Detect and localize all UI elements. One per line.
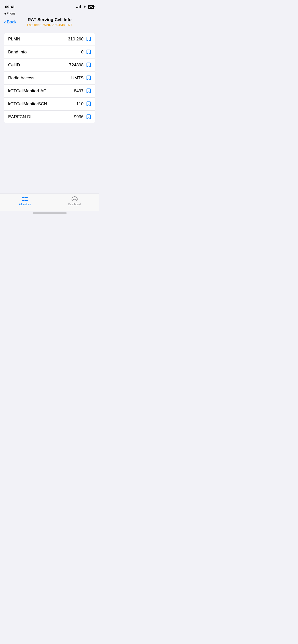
all-metrics-icon [21,196,29,202]
row-value: 0 [81,50,84,55]
phone-back-row: ◀ Phone [0,12,99,15]
row-value: 724898 [69,63,84,68]
nav-bar: ‹ Back RAT Serving Cell Info Last seen: … [0,15,99,28]
bookmark-icon [86,49,91,55]
tab-all-metrics-label: All metrics [19,203,31,206]
bookmark-icon [86,88,91,94]
table-row: PLMN310 260 [4,33,95,46]
tab-dashboard[interactable]: Dashboard [50,196,99,206]
bookmark-icon [86,114,91,120]
tab-bar: All metrics Dashboard [0,194,99,211]
bookmark-button[interactable] [86,62,91,68]
back-button[interactable]: ‹ Back [4,20,16,25]
home-bar [33,212,67,214]
row-label: Radio Access [8,76,34,81]
table-row: kCTCellMonitorLAC8497 [4,85,95,98]
bookmark-icon [86,101,91,107]
signal-bars-icon [76,5,81,8]
dashboard-icon [71,196,78,202]
bookmark-button[interactable] [86,88,91,94]
row-right: 310 260 [68,36,91,42]
table-row: CellID724898 [4,59,95,72]
phone-label: Phone [7,12,16,15]
row-right: 9936 [74,114,91,120]
row-label: CellID [8,63,20,68]
tab-all-metrics[interactable]: All metrics [0,196,50,206]
back-chevron-icon: ‹ [4,19,6,24]
bookmark-button[interactable] [86,75,91,81]
row-right: 110 [76,101,91,107]
row-label: EARFCN DL [8,114,33,120]
nav-title: RAT Serving Cell Info [27,17,72,22]
bookmark-icon [86,36,91,42]
bookmark-button[interactable] [86,36,91,42]
battery-level: 100 [89,5,93,8]
bookmark-button[interactable] [86,101,91,107]
info-card: PLMN310 260 Band Info0 CellID724898 Radi… [4,33,95,123]
table-row: Radio AccessUMTS [4,72,95,85]
bookmark-button[interactable] [86,114,91,120]
nav-subtitle: Last seen: Wed, 20:04:38 EDT [27,23,72,27]
status-time: 09:41 [5,5,15,9]
row-right: 0 [81,49,91,55]
bookmark-button[interactable] [86,49,91,55]
row-label: Band Info [8,50,27,55]
row-value: 9936 [74,114,84,120]
row-label: PLMN [8,37,20,42]
back-label: Back [7,20,17,25]
row-value: 110 [76,101,84,107]
row-right: UMTS [71,75,91,81]
status-icons: 100 [76,5,94,9]
row-value: 310 260 [68,37,84,42]
row-right: 724898 [69,62,91,68]
table-row: Band Info0 [4,46,95,59]
row-right: 8497 [74,88,91,94]
row-label: kCTCellMonitorSCN [8,101,47,107]
row-value: UMTS [71,76,84,81]
row-value: 8497 [74,89,84,94]
wifi-icon [82,5,86,8]
table-row: kCTCellMonitorSCN110 [4,98,95,111]
battery-icon: 100 [88,5,94,9]
nav-title-block: RAT Serving Cell Info Last seen: Wed, 20… [27,17,72,27]
bookmark-icon [86,75,91,81]
bookmark-icon [86,62,91,68]
home-indicator [0,211,99,215]
phone-arrow: ◀ [4,12,6,15]
table-row: EARFCN DL9936 [4,111,95,123]
svg-point-6 [74,199,75,200]
tab-dashboard-label: Dashboard [68,203,81,206]
content-area: PLMN310 260 Band Info0 CellID724898 Radi… [0,28,99,194]
row-label: kCTCellMonitorLAC [8,89,46,94]
status-bar: 09:41 100 [0,0,99,11]
